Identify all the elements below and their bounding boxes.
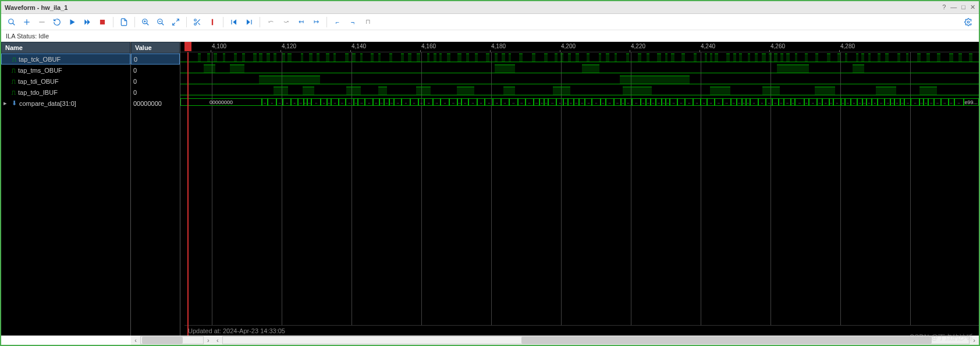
status-value: Idle (38, 33, 49, 40)
signal-value-row[interactable]: 0 (131, 76, 180, 87)
settings-button[interactable] (961, 15, 975, 29)
signal-name-row[interactable]: ⎍tap_tck_OBUF (1, 53, 130, 65)
signal-value-row[interactable]: 0 (131, 65, 180, 76)
svg-marker-23 (233, 19, 236, 24)
both-edge-button[interactable]: ⊓ (361, 15, 375, 29)
svg-line-15 (162, 23, 164, 25)
rising-edge-button[interactable]: ⌐ (331, 15, 345, 29)
zoom-fit-button[interactable] (169, 15, 183, 29)
main-area: Name ⎍tap_tck_OBUF⎍tap_tms_OBUF⎍tap_tdi_… (1, 42, 979, 336)
svg-line-17 (173, 23, 175, 25)
watermark: CSDN @丁点的沙砾 (909, 333, 973, 343)
svg-line-12 (147, 23, 149, 25)
minimize-icon[interactable]: — (950, 3, 957, 11)
run-button[interactable] (65, 15, 79, 29)
wire-icon: ⎍ (12, 89, 16, 96)
svg-point-18 (194, 19, 197, 21)
next-trans-button[interactable]: ↦ (309, 15, 323, 29)
go-end-button[interactable] (242, 15, 256, 29)
svg-marker-7 (87, 19, 90, 24)
footer-status: Updated at: 2024-Apr-23 14:33:05 (184, 325, 979, 336)
toolbar: ⤺ ⤻ ↤ ↦ ⌐ ¬ ⊓ (1, 14, 979, 30)
signal-value-row[interactable]: 0 (131, 53, 180, 65)
prev-trans-button[interactable]: ↤ (294, 15, 308, 29)
svg-marker-25 (247, 19, 250, 24)
svg-point-27 (967, 21, 970, 23)
cut-button[interactable] (190, 15, 204, 29)
value-panel: Value 000000000000 (131, 42, 180, 336)
search-button[interactable] (5, 15, 19, 29)
add-button[interactable] (20, 15, 34, 29)
run-all-button[interactable] (80, 15, 94, 29)
title-bar: Waveform - hw_ila_1 ? — □ ✕ (1, 1, 979, 14)
svg-line-21 (198, 23, 200, 24)
signal-name: tap_tms_OBUF (18, 67, 62, 74)
maximize-icon[interactable]: □ (961, 3, 965, 11)
name-header[interactable]: Name (1, 42, 130, 53)
stop-button[interactable] (95, 15, 109, 29)
updated-text: Updated at: 2024-Apr-23 14:33:05 (188, 327, 285, 334)
go-start-button[interactable] (227, 15, 241, 29)
time-ruler[interactable]: 4,1004,1204,1404,1604,1804,2004,2204,240… (180, 42, 979, 52)
signal-name: tap_tdo_IBUF (18, 89, 58, 96)
svg-line-16 (176, 19, 179, 21)
zoom-out-button[interactable] (154, 15, 168, 29)
export-button[interactable] (117, 15, 131, 29)
wire-icon: ⎍ (12, 67, 16, 74)
svg-rect-8 (100, 19, 105, 24)
help-icon[interactable]: ? (942, 3, 946, 11)
marker-button[interactable] (205, 15, 219, 29)
bus-icon: ⬇ (12, 99, 17, 107)
svg-rect-22 (212, 19, 213, 25)
ila-status-bar: ILA Status: Idle (1, 30, 979, 42)
wire-icon: ⎍ (12, 78, 16, 85)
prev-edge-button[interactable]: ⤺ (264, 15, 278, 29)
rerun-button[interactable] (50, 15, 64, 29)
signal-value-row[interactable]: 0 (131, 87, 180, 98)
signal-name: tap_tck_OBUF (19, 56, 61, 63)
next-edge-button[interactable]: ⤻ (279, 15, 293, 29)
scroll-left-icon[interactable]: ‹ (131, 336, 140, 345)
signal-name-row[interactable]: ⎍tap_tdi_OBUF (1, 76, 130, 87)
window-title: Waveform - hw_ila_1 (5, 4, 68, 11)
cursor-marker[interactable] (187, 52, 189, 336)
remove-button[interactable] (35, 15, 49, 29)
close-icon[interactable]: ✕ (970, 3, 975, 11)
wave-area[interactable]: 00000000................................… (180, 52, 979, 336)
signal-value-row[interactable]: 00000000 (131, 98, 180, 109)
svg-line-1 (13, 23, 15, 25)
falling-edge-button[interactable]: ¬ (346, 15, 360, 29)
signal-name: tap_tdi_OBUF (18, 78, 59, 85)
waveform-panel[interactable]: 4,1004,1204,1404,1604,1804,2004,2204,240… (180, 42, 979, 336)
svg-point-19 (194, 23, 197, 25)
status-label: ILA Status: (6, 33, 37, 40)
wire-icon: ⎍ (12, 56, 16, 63)
signal-name-row[interactable]: ⎍tap_tms_OBUF (1, 65, 130, 76)
scroll-right-icon[interactable]: › (204, 336, 213, 345)
name-panel: Name ⎍tap_tck_OBUF⎍tap_tms_OBUF⎍tap_tdi_… (1, 42, 131, 336)
signal-name-row[interactable]: ⎍tap_tdo_IBUF (1, 87, 130, 98)
signal-name: compare_data[31:0] (19, 100, 76, 107)
expand-icon[interactable]: ▸ (3, 99, 9, 107)
svg-marker-5 (70, 19, 75, 24)
svg-marker-6 (84, 19, 87, 24)
svg-point-0 (9, 19, 13, 23)
value-header[interactable]: Value (131, 42, 180, 53)
h-scrollbar[interactable]: ‹ › ‹ › (131, 336, 979, 345)
signal-name-row[interactable]: ▸⬇compare_data[31:0] (1, 98, 130, 109)
scroll-left2-icon[interactable]: ‹ (213, 336, 222, 345)
zoom-in-button[interactable] (139, 15, 152, 29)
window-controls: ? — □ ✕ (942, 3, 975, 11)
